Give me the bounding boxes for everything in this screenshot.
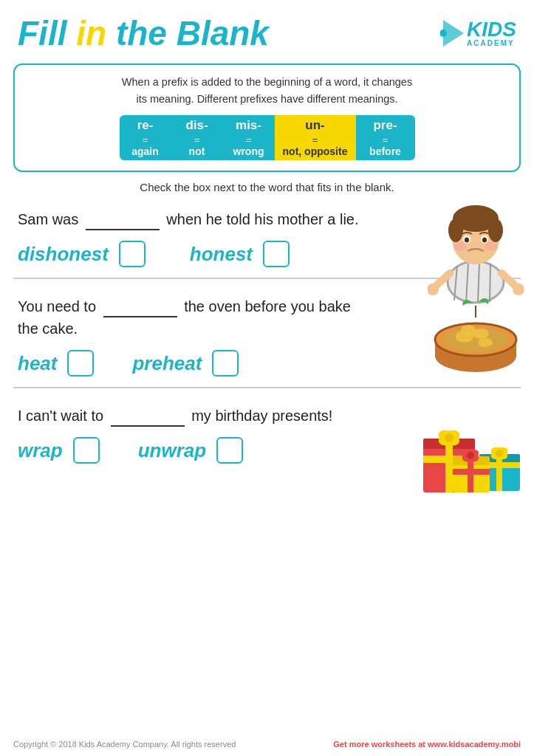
q3-option-wrap-label: wrap <box>18 439 63 462</box>
intro-text: When a prefix is added to the beginning … <box>27 74 507 108</box>
q2-option-preheat-label: preheat <box>132 352 202 375</box>
q1-checkbox-honest[interactable] <box>263 241 290 267</box>
svg-point-10 <box>448 219 463 242</box>
pie-svg <box>428 289 524 378</box>
logo-icon <box>440 17 467 49</box>
svg-point-15 <box>482 238 487 243</box>
svg-point-45 <box>445 433 453 442</box>
question-3-section: I can't wait to my birthday presents! wr… <box>0 399 534 464</box>
q3-illustration <box>413 391 524 498</box>
prefix-un: un- = not, opposite <box>275 115 356 160</box>
footer-promo: Get more worksheets at www.kidsacademy.m… <box>333 740 521 749</box>
question-2-section: You need to the oven before you bakethe … <box>0 289 534 377</box>
q2-illustration <box>428 289 524 381</box>
q1-option-honest-label: honest <box>190 243 253 266</box>
svg-rect-49 <box>453 469 490 475</box>
boy-svg <box>428 186 524 304</box>
svg-point-17 <box>485 242 498 251</box>
q2-option-heat-label: heat <box>18 352 57 375</box>
prefix-re: re- = again <box>120 115 171 160</box>
logo-academy-text: ACADEMY <box>467 40 515 47</box>
svg-point-29 <box>461 325 476 335</box>
divider-2 <box>13 387 521 388</box>
q2-checkbox-heat[interactable] <box>67 350 94 377</box>
q1-checkbox-dishonest[interactable] <box>119 241 146 267</box>
page-title: Fill in the Blank <box>18 13 269 53</box>
page-header: Fill in the Blank KIDS ACADEMY <box>0 0 534 59</box>
q2-checkbox-preheat[interactable] <box>212 350 239 377</box>
q1-option-dishonest-label: dishonest <box>18 243 109 266</box>
prefix-pre: pre- = before <box>356 115 415 160</box>
q3-option-unwrap-label: unwrap <box>138 439 206 462</box>
svg-point-16 <box>453 242 467 251</box>
q3-checkbox-unwrap[interactable] <box>216 437 243 464</box>
svg-point-11 <box>488 219 503 242</box>
footer-copyright: Copyright © 2018 Kids Academy Company. A… <box>13 740 236 749</box>
svg-point-38 <box>496 450 503 457</box>
question-1-section: Sam was when he told his mother a lie. d… <box>0 193 534 267</box>
prefix-dis: dis- = not <box>171 115 223 160</box>
svg-rect-41 <box>445 439 453 492</box>
svg-point-30 <box>478 338 493 347</box>
q3-checkbox-wrap[interactable] <box>73 437 100 464</box>
q3-blank <box>111 403 185 427</box>
svg-rect-34 <box>496 454 502 491</box>
q2-blank <box>103 294 177 317</box>
prefix-mis: mis- = wrong <box>223 115 275 160</box>
q1-blank <box>86 207 160 230</box>
logo-text: KIDS ACADEMY <box>467 19 516 47</box>
gifts-svg <box>413 391 524 495</box>
title-in-word: in <box>76 14 106 52</box>
svg-point-14 <box>465 238 469 243</box>
prefix-table: re- = again dis- = not mis- = wrong un- … <box>27 115 507 160</box>
page-footer: Copyright © 2018 Kids Academy Company. A… <box>0 740 534 749</box>
logo-kids-text: KIDS <box>467 19 516 40</box>
kids-academy-logo: KIDS ACADEMY <box>440 17 516 49</box>
svg-point-52 <box>467 452 474 459</box>
intro-box: When a prefix is added to the beginning … <box>13 63 521 172</box>
